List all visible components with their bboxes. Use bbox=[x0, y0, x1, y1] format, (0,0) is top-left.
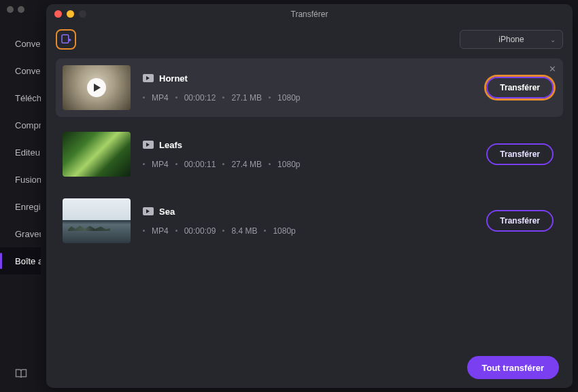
sidebar-item-label: Boîte a bbox=[15, 256, 41, 266]
play-overlay bbox=[63, 65, 131, 110]
list-item[interactable]: Sea MP4 00:00:09 8.4 MB 1080p Transférer bbox=[56, 192, 563, 250]
video-icon bbox=[143, 207, 154, 215]
sidebar-item-label: Graveu bbox=[15, 229, 41, 239]
item-res: 1080p bbox=[273, 226, 295, 236]
sidebar-item-label: Conver bbox=[15, 39, 41, 49]
transfer-modal: Transférer iPhone ⌄ ✕ bbox=[46, 4, 573, 388]
video-icon bbox=[143, 74, 154, 82]
item-duration: 00:00:12 bbox=[184, 93, 216, 103]
window-dot bbox=[18, 6, 24, 13]
modal-titlebar: Transférer bbox=[46, 4, 573, 24]
thumbnail[interactable] bbox=[63, 132, 131, 177]
remove-item-button[interactable]: ✕ bbox=[549, 64, 556, 74]
item-duration: 00:00:09 bbox=[184, 226, 216, 236]
sidebar-item-convert-1[interactable]: Conver bbox=[0, 30, 41, 57]
zoom-window-button[interactable] bbox=[79, 10, 86, 18]
play-button[interactable] bbox=[87, 78, 106, 97]
list-item[interactable]: Leafs MP4 00:00:11 27.4 MB 1080p Transfé… bbox=[56, 125, 563, 183]
sidebar: Conver Conver Téléch Compr Editeu Fusion… bbox=[0, 19, 41, 392]
item-res: 1080p bbox=[277, 93, 300, 103]
modal-title: Transférer bbox=[291, 10, 328, 19]
chevron-down-icon: ⌄ bbox=[550, 36, 556, 43]
item-size: 27.1 MB bbox=[231, 93, 262, 103]
item-res: 1080p bbox=[277, 160, 300, 169]
video-icon bbox=[143, 141, 154, 149]
device-select-value: iPhone bbox=[498, 35, 524, 44]
sidebar-item-record[interactable]: Enregis bbox=[0, 193, 41, 220]
sidebar-item-label: Téléch bbox=[15, 93, 41, 103]
items-list: ✕ Hornet MP4 00:00:12 bbox=[46, 54, 573, 347]
minimize-window-button[interactable] bbox=[67, 10, 74, 18]
sidebar-item-editor[interactable]: Editeu bbox=[0, 139, 41, 166]
item-title: Leafs bbox=[159, 140, 182, 150]
item-size: 8.4 MB bbox=[231, 226, 257, 236]
item-format: MP4 bbox=[152, 226, 169, 236]
modal-toolbar: iPhone ⌄ bbox=[46, 24, 573, 54]
modal-footer: Tout transférer bbox=[46, 347, 573, 388]
sidebar-item-label: Enregis bbox=[15, 202, 41, 212]
list-item[interactable]: ✕ Hornet MP4 00:00:12 bbox=[56, 58, 563, 117]
transfer-button[interactable]: Transférer bbox=[486, 210, 554, 232]
thumbnail[interactable] bbox=[63, 198, 131, 243]
svg-rect-0 bbox=[62, 35, 69, 43]
sidebar-item-label: Editeu bbox=[15, 147, 40, 158]
transfer-all-button[interactable]: Tout transférer bbox=[467, 356, 560, 379]
item-title: Hornet bbox=[159, 73, 188, 84]
window-dot bbox=[7, 6, 14, 13]
sidebar-item-convert-2[interactable]: Conver bbox=[0, 57, 41, 84]
device-select[interactable]: iPhone ⌄ bbox=[460, 30, 563, 49]
item-title: Sea bbox=[159, 207, 175, 217]
book-icon[interactable] bbox=[15, 368, 27, 382]
close-window-button[interactable] bbox=[54, 10, 62, 18]
transfer-button[interactable]: Transférer bbox=[486, 143, 554, 165]
item-duration: 00:00:11 bbox=[184, 160, 216, 169]
sidebar-item-label: Compr bbox=[15, 120, 41, 130]
sidebar-item-label: Fusion bbox=[15, 175, 41, 185]
sidebar-item-label: Conver bbox=[15, 66, 41, 76]
transfer-button[interactable]: Transférer bbox=[486, 77, 554, 99]
thumbnail[interactable] bbox=[63, 65, 131, 110]
sidebar-item-merge[interactable]: Fusion bbox=[0, 166, 41, 193]
sidebar-item-burner[interactable]: Graveu bbox=[0, 220, 41, 247]
sidebar-item-compress[interactable]: Compr bbox=[0, 111, 41, 139]
item-size: 27.4 MB bbox=[231, 160, 262, 169]
item-format: MP4 bbox=[152, 160, 169, 169]
add-file-button[interactable] bbox=[56, 29, 76, 50]
item-format: MP4 bbox=[152, 93, 169, 103]
sidebar-item-download[interactable]: Téléch bbox=[0, 84, 41, 111]
sidebar-item-toolbox[interactable]: Boîte a bbox=[0, 247, 41, 274]
